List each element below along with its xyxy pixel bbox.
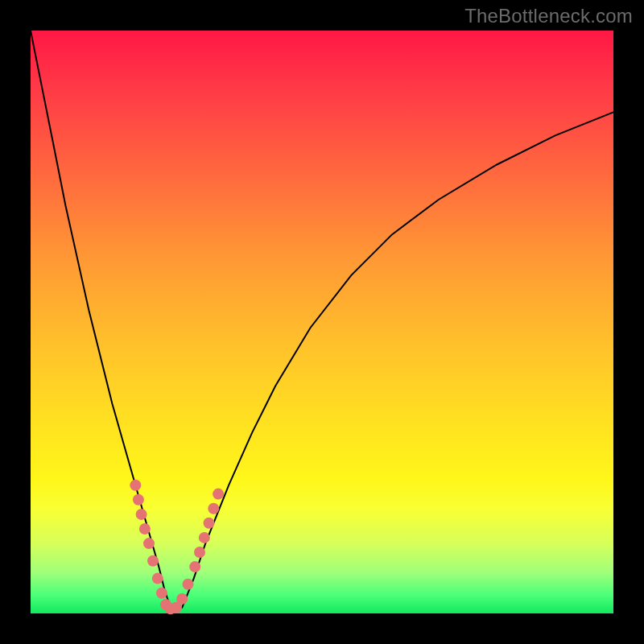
curve-marker bbox=[133, 494, 144, 506]
curve-marker bbox=[199, 532, 210, 543]
plot-area bbox=[31, 31, 613, 613]
curve-marker bbox=[136, 509, 147, 520]
curve-marker bbox=[130, 480, 141, 491]
curve-marker bbox=[194, 547, 205, 558]
chart-frame: TheBottleneck.com bbox=[0, 0, 644, 644]
curve-marker bbox=[213, 489, 224, 500]
curve-marker bbox=[139, 523, 151, 535]
curve-marker bbox=[147, 555, 159, 567]
chart-svg bbox=[31, 31, 613, 613]
bottleneck-curve bbox=[31, 31, 613, 608]
curve-marker bbox=[208, 503, 219, 514]
curve-marker bbox=[189, 561, 200, 572]
marker-group bbox=[130, 480, 224, 615]
watermark-text: TheBottleneck.com bbox=[464, 5, 633, 27]
curve-marker bbox=[156, 588, 167, 599]
curve-marker bbox=[176, 593, 188, 605]
curve-marker bbox=[183, 579, 194, 590]
curve-marker bbox=[204, 518, 215, 529]
curve-marker bbox=[143, 538, 155, 549]
curve-marker bbox=[152, 573, 163, 584]
